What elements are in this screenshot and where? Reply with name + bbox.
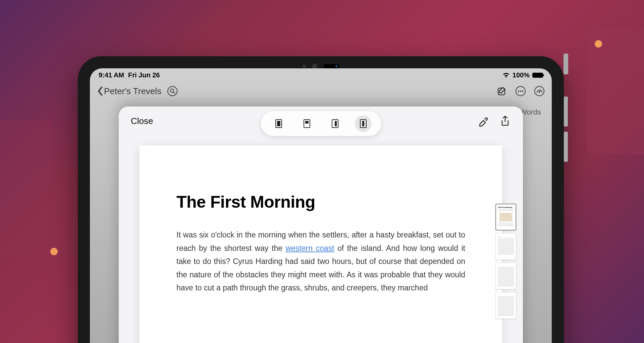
svg-point-3 <box>520 90 521 92</box>
gauge-icon <box>536 89 542 93</box>
bg-dot <box>50 248 58 255</box>
bg-accent <box>0 120 54 254</box>
back-button[interactable]: Peter's Trevels <box>97 86 161 96</box>
document-link[interactable]: western coast <box>285 244 334 253</box>
more-button[interactable] <box>516 86 526 96</box>
thumbnail-page-1[interactable]: The First Morning <box>495 204 516 230</box>
layout-option-full[interactable] <box>270 115 287 132</box>
ipad-device: 9:41 AM Fri Jun 26 100% Peter's Trevels <box>78 56 564 343</box>
compose-button[interactable] <box>497 86 507 96</box>
ipad-power-button <box>564 54 568 74</box>
svg-point-2 <box>518 90 519 92</box>
thumbnail-page-2[interactable]: —— <box>495 233 516 260</box>
status-time: 9:41 AM <box>99 71 124 79</box>
search-icon <box>170 88 175 94</box>
battery-icon <box>532 73 543 78</box>
thumbnail-page-3[interactable] <box>495 263 516 289</box>
chevron-left-icon <box>97 86 103 96</box>
svg-point-0 <box>170 89 174 92</box>
preview-sheet: Close The First Morning It was six o'clo… <box>119 107 523 343</box>
ipad-volume-down <box>564 132 568 162</box>
page-top-icon <box>304 119 310 128</box>
wifi-icon <box>502 72 510 78</box>
ipad-screen: 9:41 AM Fri Jun 26 100% Peter's Trevels <box>90 68 552 343</box>
battery-percent: 100% <box>513 71 530 79</box>
close-button[interactable]: Close <box>131 116 153 126</box>
back-label: Peter's Trevels <box>104 86 161 96</box>
svg-point-4 <box>522 90 523 92</box>
layout-option-right[interactable] <box>327 115 343 132</box>
ipad-volume-up <box>564 96 568 127</box>
document-title: The First Morning <box>176 192 465 212</box>
document-page: The First Morning It was six o'clock in … <box>140 145 502 343</box>
page-center-icon <box>360 119 367 128</box>
thumbnail-page-4[interactable] <box>495 292 516 319</box>
share-button[interactable] <box>499 115 511 127</box>
gauge-button[interactable] <box>534 86 544 96</box>
layout-option-top[interactable] <box>299 115 315 132</box>
page-full-icon <box>275 119 282 128</box>
status-bar: 9:41 AM Fri Jun 26 100% <box>90 68 552 80</box>
layout-picker <box>261 111 381 136</box>
words-label: Words <box>520 108 541 116</box>
search-button[interactable] <box>167 86 177 96</box>
layout-option-center[interactable] <box>355 115 372 132</box>
bg-dot <box>595 40 602 48</box>
status-date: Fri Jun 26 <box>128 71 160 79</box>
thumbnail-strip: The First Morning —— <box>495 204 516 319</box>
nav-bar: Peter's Trevels <box>90 80 552 102</box>
ellipsis-icon <box>518 90 523 92</box>
page-right-icon <box>332 119 338 128</box>
document-body: It was six o'clock in the morning when t… <box>176 228 465 295</box>
style-button[interactable] <box>478 115 489 127</box>
